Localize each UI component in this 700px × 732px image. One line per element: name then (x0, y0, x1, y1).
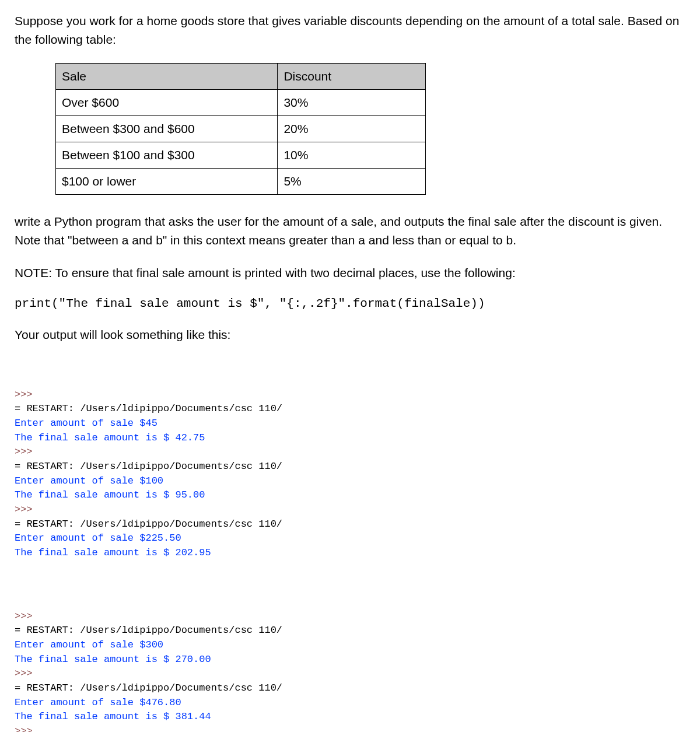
discount-table-container: Sale Discount Over $600 30% Between $300… (55, 63, 685, 195)
console-line: >>> (15, 388, 685, 402)
output-label: Your output will look something like thi… (15, 328, 685, 342)
console-line: = RESTART: /Users/ldipippo/Documents/csc… (15, 460, 685, 474)
code-example: print("The final sale amount is $", "{:,… (15, 297, 685, 310)
body-paragraph: write a Python program that asks the use… (15, 212, 685, 249)
intro-paragraph: Suppose you work for a home goods store … (15, 12, 685, 48)
table-header-discount: Discount (278, 64, 426, 90)
console-line: = RESTART: /Users/ldipippo/Documents/csc… (15, 402, 685, 416)
console-line: Enter amount of sale $476.80 (15, 696, 685, 710)
console-line: >>> (15, 445, 685, 460)
console-line: >>> (15, 724, 685, 732)
console-line: = RESTART: /Users/ldipippo/Documents/csc… (15, 517, 685, 532)
table-cell: Between $300 and $600 (56, 116, 278, 142)
console-line: >>> (15, 503, 685, 517)
console-line: Enter amount of sale $225.50 (15, 531, 685, 546)
console-line: = RESTART: /Users/ldipippo/Documents/csc… (15, 681, 685, 696)
console-line: The final sale amount is $ 270.00 (15, 653, 685, 667)
table-cell: 20% (278, 116, 426, 142)
console-line: The final sale amount is $ 42.75 (15, 431, 685, 446)
table-row: $100 or lower 5% (56, 169, 426, 195)
console-line: Enter amount of sale $300 (15, 638, 685, 653)
table-cell: 30% (278, 90, 426, 116)
console-line: Enter amount of sale $45 (15, 416, 685, 431)
console-line: >>> (15, 610, 685, 624)
table-cell: Over $600 (56, 90, 278, 116)
console-output: >>>= RESTART: /Users/ldipippo/Documents/… (15, 359, 685, 733)
console-line: >>> (15, 667, 685, 681)
discount-table: Sale Discount Over $600 30% Between $300… (55, 63, 426, 195)
table-header-sale: Sale (56, 64, 278, 90)
table-row: Between $100 and $300 10% (56, 142, 426, 169)
console-line: The final sale amount is $ 95.00 (15, 488, 685, 503)
console-block-2: >>>= RESTART: /Users/ldipippo/Documents/… (15, 610, 685, 732)
table-cell: 10% (278, 142, 426, 169)
table-cell: Between $100 and $300 (56, 142, 278, 169)
console-line: Enter amount of sale $100 (15, 474, 685, 489)
table-cell: 5% (278, 169, 426, 195)
console-line: The final sale amount is $ 381.44 (15, 710, 685, 724)
table-row: Between $300 and $600 20% (56, 116, 426, 142)
console-line: = RESTART: /Users/ldipippo/Documents/csc… (15, 624, 685, 638)
console-line: The final sale amount is $ 202.95 (15, 546, 685, 561)
table-row: Over $600 30% (56, 90, 426, 116)
table-cell: $100 or lower (56, 169, 278, 195)
note-paragraph: NOTE: To ensure that final sale amount i… (15, 264, 685, 282)
console-block-1: >>>= RESTART: /Users/ldipippo/Documents/… (15, 388, 685, 561)
